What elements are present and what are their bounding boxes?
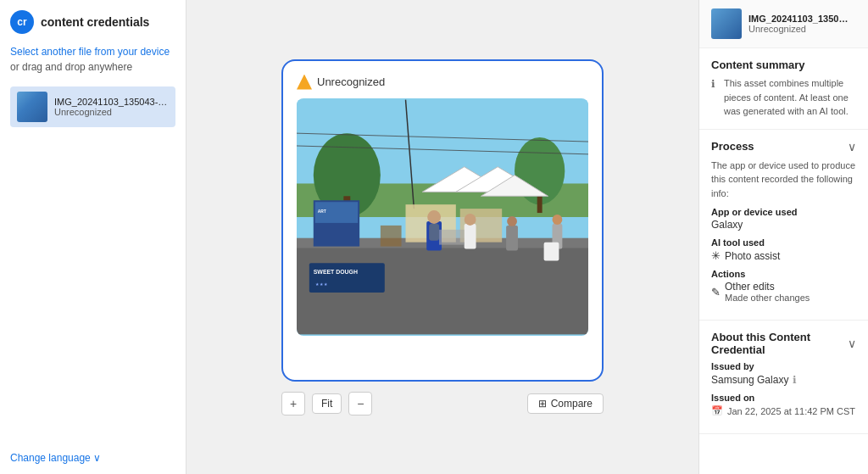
image-card: Unrecognized xyxy=(281,59,604,382)
actions-row: Actions ✎ Other edits Made other changes xyxy=(711,269,856,303)
svg-point-17 xyxy=(427,210,441,224)
process-section: Process ∨ The app or device used to prod… xyxy=(699,130,868,321)
change-language-link[interactable]: Change language ∨ xyxy=(10,452,175,464)
file-thumbnail xyxy=(17,92,47,122)
content-summary-section: Content summary ℹ This asset combines mu… xyxy=(699,48,868,130)
process-title: Process xyxy=(711,140,754,153)
other-edits-label: Other edits xyxy=(725,281,810,293)
issued-on-text: Jan 22, 2025 at 11:42 PM CST xyxy=(727,406,855,416)
svg-rect-19 xyxy=(465,223,476,248)
svg-rect-33 xyxy=(439,229,465,244)
panel-file-status: Unrecognized xyxy=(748,24,850,34)
svg-text:★ ★ ★: ★ ★ ★ xyxy=(315,282,329,287)
about-header[interactable]: About this Content Credential ∨ xyxy=(711,331,856,356)
issued-by-text: Samsung Galaxy xyxy=(711,374,788,386)
right-panel: IMG_20241103_13504... Unrecognized Conte… xyxy=(698,0,868,474)
chevron-down-icon: ∨ xyxy=(93,452,101,464)
zoom-out-button[interactable]: − xyxy=(348,392,372,415)
sidebar: cr content credentials Select another fi… xyxy=(0,0,186,474)
svg-point-24 xyxy=(552,215,562,225)
svg-point-22 xyxy=(507,216,517,226)
svg-rect-21 xyxy=(506,225,518,250)
issued-on-label: Issued on xyxy=(711,393,856,403)
panel-file-header: IMG_20241103_13504... Unrecognized xyxy=(699,0,868,48)
issued-by-row: Issued by Samsung Galaxy ℹ xyxy=(711,361,856,386)
content-summary-desc: This asset combines multiple pieces of c… xyxy=(724,76,856,119)
file-item[interactable]: IMG_20241103_135043-2(1).jpg Unrecognize… xyxy=(10,86,175,127)
about-title: About this Content Credential xyxy=(711,331,848,356)
compare-button[interactable]: ⊞ Compare xyxy=(527,393,604,414)
market-scene-svg: ART SWEET DOUGH ★ ★ ★ xyxy=(297,98,588,336)
logo-area: cr content credentials xyxy=(10,10,175,34)
main-image: ART SWEET DOUGH ★ ★ ★ xyxy=(297,98,588,336)
panel-file-info: IMG_20241103_13504... Unrecognized xyxy=(748,14,850,34)
about-chevron-icon[interactable]: ∨ xyxy=(848,337,856,350)
content-summary-title: Content summary xyxy=(711,59,805,71)
panel-file-thumbnail xyxy=(711,8,742,39)
actions-label: Actions xyxy=(711,269,856,279)
info-icon: ℹ xyxy=(711,76,715,92)
app-device-row: App or device used Galaxy xyxy=(711,207,856,231)
process-description: The app or device used to produce this c… xyxy=(711,159,856,201)
app-device-value: Galaxy xyxy=(711,219,856,231)
actions-value: ✎ Other edits Made other changes xyxy=(711,281,856,303)
drag-drop-text: or drag and drop anywhere xyxy=(10,61,132,73)
app-name: content credentials xyxy=(41,15,149,29)
compare-label: Compare xyxy=(551,398,593,410)
svg-rect-32 xyxy=(381,225,402,246)
svg-rect-31 xyxy=(544,242,559,260)
issued-by-info-icon: ℹ xyxy=(793,374,797,386)
issued-by-label: Issued by xyxy=(711,361,856,371)
app-logo-icon: cr xyxy=(10,10,34,34)
select-file-text: Select another file from your device or … xyxy=(10,44,175,75)
file-info: IMG_20241103_135043-2(1).jpg Unrecognize… xyxy=(54,97,169,117)
svg-text:SWEET DOUGH: SWEET DOUGH xyxy=(314,269,358,275)
ai-tool-icon: ✳ xyxy=(711,249,721,262)
main-content: Unrecognized xyxy=(186,0,698,474)
select-file-link[interactable]: Select another file from your device xyxy=(10,46,170,58)
svg-point-20 xyxy=(465,214,476,226)
warning-icon xyxy=(297,75,312,90)
ai-tool-row: AI tool used ✳ Photo assist xyxy=(711,237,856,262)
process-header[interactable]: Process ∨ xyxy=(711,140,856,153)
ai-tool-label: AI tool used xyxy=(711,237,856,248)
zoom-in-button[interactable]: + xyxy=(281,392,305,415)
actions-text: Other edits Made other changes xyxy=(725,281,810,303)
content-summary-header: Content summary xyxy=(711,59,856,71)
compare-icon: ⊞ xyxy=(538,398,547,410)
ai-tool-value: ✳ Photo assist xyxy=(711,249,856,262)
unrecognized-badge: Unrecognized xyxy=(297,75,588,90)
change-language-label: Change language xyxy=(10,452,91,464)
content-summary-row: ℹ This asset combines multiple pieces of… xyxy=(711,76,856,119)
issued-by-value: Samsung Galaxy ℹ xyxy=(711,374,856,386)
image-toolbar: + Fit − ⊞ Compare xyxy=(281,392,604,415)
sidebar-footer: Change language ∨ xyxy=(10,443,175,464)
svg-rect-28 xyxy=(309,263,385,293)
svg-text:ART: ART xyxy=(318,209,326,214)
app-device-label: App or device used xyxy=(711,207,856,217)
ai-tool-text: Photo assist xyxy=(725,250,780,262)
calendar-icon: 📅 xyxy=(711,405,723,416)
fit-button[interactable]: Fit xyxy=(312,393,342,414)
about-section: About this Content Credential ∨ Issued b… xyxy=(699,321,868,434)
panel-file-name: IMG_20241103_13504... xyxy=(748,14,850,24)
file-name: IMG_20241103_135043-2(1).jpg xyxy=(54,97,169,107)
actions-icon: ✎ xyxy=(711,286,721,298)
other-edits-desc: Made other changes xyxy=(725,293,810,303)
file-status: Unrecognized xyxy=(54,107,169,117)
svg-rect-18 xyxy=(429,223,439,240)
unrecognized-label: Unrecognized xyxy=(317,75,385,88)
issued-on-value: 📅 Jan 22, 2025 at 11:42 PM CST xyxy=(711,405,856,416)
issued-on-row: Issued on 📅 Jan 22, 2025 at 11:42 PM CST xyxy=(711,393,856,416)
process-chevron-icon[interactable]: ∨ xyxy=(848,140,856,153)
